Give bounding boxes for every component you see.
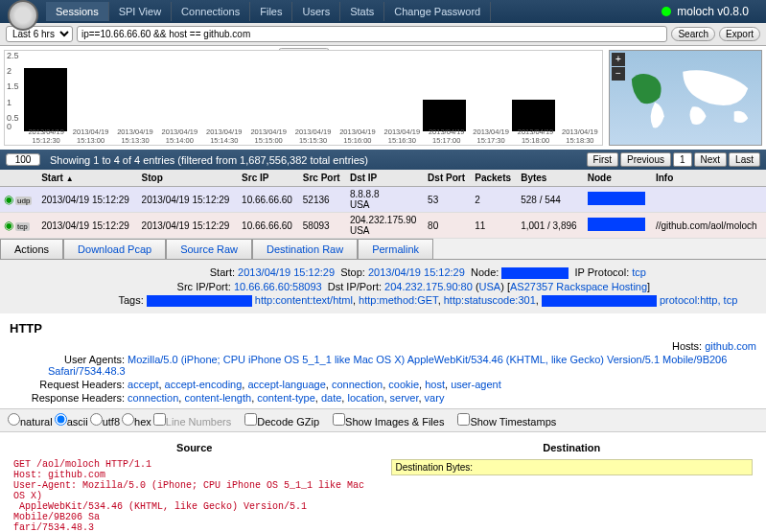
srcipport-label: Src IP/Port: (116, 281, 231, 292)
col-bytes[interactable]: Bytes (517, 170, 584, 187)
last-button[interactable]: Last (729, 152, 760, 167)
page-size-input[interactable] (6, 153, 40, 166)
table-row[interactable]: ◉tcp2013/04/19 15:12:292013/04/19 15:12:… (0, 213, 766, 239)
header-link[interactable]: location (347, 392, 383, 404)
tag-link-2[interactable]: http:statuscode:301 (444, 294, 536, 306)
col-stop[interactable]: Stop (138, 170, 238, 187)
header-link[interactable]: vary (425, 392, 445, 404)
destination-raw-tab[interactable]: Destination Raw (252, 239, 358, 259)
header-link[interactable]: content-length (184, 392, 251, 404)
tag-link-1[interactable]: http:method:GET (359, 294, 438, 306)
permalink-tab[interactable]: Permalink (358, 239, 433, 259)
col-srcip[interactable]: Src IP (238, 170, 299, 187)
hosts-value[interactable]: github.com (705, 340, 756, 352)
nav-spiview[interactable]: SPI View (109, 2, 172, 21)
show-timestamps-toggle[interactable]: Show Timestamps (457, 413, 556, 428)
cell-start: 2013/04/19 15:12:29 (37, 213, 137, 239)
ipproto-value[interactable]: tcp (632, 266, 646, 278)
tag-trail[interactable]: protocol:http, tcp (660, 294, 737, 306)
table-row[interactable]: ◉udp2013/04/19 15:12:292013/04/19 15:12:… (0, 187, 766, 213)
download-pcap-tab[interactable]: Download Pcap (63, 239, 166, 259)
srcipport-value[interactable]: 10.66.66.60:58093 (234, 281, 322, 292)
mode-hex[interactable]: hex (122, 413, 151, 428)
col-node[interactable]: Node (584, 170, 652, 187)
nav-users[interactable]: Users (292, 2, 340, 21)
line-numbers-toggle[interactable]: Line Numbers (153, 413, 231, 428)
ua-value[interactable]: Mozilla/5.0 (iPhone; CPU iPhone OS 5_1_1… (48, 354, 727, 377)
dstcc-value[interactable]: USA (479, 281, 501, 292)
previous-button[interactable]: Previous (620, 152, 671, 167)
map-zoom-in-icon[interactable]: + (612, 53, 625, 66)
chart-area: sessions ◀ ▶ zoom out 2.5 2 1.5 1 0.5 0 … (0, 46, 766, 150)
mode-ascii[interactable]: ascii (55, 413, 88, 428)
mode-natural[interactable]: natural (8, 413, 53, 428)
mode-utf8[interactable]: utf8 (90, 413, 120, 428)
header-link[interactable]: accept (128, 379, 158, 390)
cell-info: //github.com/aol/moloch (652, 213, 766, 239)
show-images-toggle[interactable]: Show Images & Files (333, 413, 444, 428)
timeline-chart[interactable]: 2.5 2 1.5 1 0.5 0 2013/04/19 15:12:30201… (4, 50, 603, 146)
tag-redacted-1 (147, 295, 252, 307)
header-link[interactable]: accept-language (247, 379, 325, 390)
search-button[interactable]: Search (671, 27, 715, 41)
expand-icon[interactable]: ◉ (4, 193, 13, 206)
header-link[interactable]: accept-encoding (165, 379, 243, 390)
nav-changepw[interactable]: Change Password (384, 2, 491, 21)
col-packets[interactable]: Packets (471, 170, 517, 187)
source-raw-tab[interactable]: Source Raw (166, 239, 252, 259)
map-zoom-out-icon[interactable]: − (612, 67, 625, 81)
tag-redacted-2 (542, 295, 657, 307)
decode-gzip-toggle[interactable]: Decode GZip (244, 413, 319, 428)
cell-srcport: 52136 (299, 187, 346, 213)
nav-sessions[interactable]: Sessions (46, 2, 109, 21)
nav-connections[interactable]: Connections (172, 2, 250, 21)
header-link[interactable]: host (425, 379, 445, 390)
tag-link-0[interactable]: http:content:text/html (255, 294, 353, 306)
page-1-button[interactable]: 1 (673, 152, 692, 167)
col-dstip[interactable]: Dst IP (346, 170, 424, 187)
cell-packets: 11 (471, 213, 517, 239)
cell-dstport: 80 (424, 213, 471, 239)
reqh-list: accept, accept-encoding, accept-language… (128, 379, 501, 390)
start-value[interactable]: 2013/04/19 15:12:29 (238, 266, 335, 278)
first-button[interactable]: First (587, 152, 618, 167)
dstipport-value[interactable]: 204.232.175.90:80 (384, 281, 473, 292)
source-dest-pane: Source GET /aol/moloch HTTP/1.1 Host: gi… (0, 432, 766, 532)
cell-node (584, 187, 652, 213)
export-button[interactable]: Export (719, 27, 760, 41)
summary-bar: Showing 1 to 4 of 4 entries (filtered fr… (0, 150, 766, 170)
header-link[interactable]: date (321, 392, 341, 404)
action-tabs: Actions Download Pcap Source Raw Destina… (0, 239, 766, 260)
as-value[interactable]: AS27357 Rackspace Hosting (510, 281, 647, 292)
cell-dstport: 53 (424, 187, 471, 213)
col-dstport[interactable]: Dst Port (424, 170, 471, 187)
nav-tabs: Sessions SPI View Connections Files User… (46, 2, 662, 21)
nav-files[interactable]: Files (250, 2, 292, 21)
dest-title: Destination (391, 442, 754, 453)
world-map[interactable]: + − (609, 50, 762, 146)
actions-tab[interactable]: Actions (0, 239, 63, 259)
ytick: 1 (7, 98, 12, 107)
top-nav: Sessions SPI View Connections Files User… (0, 0, 766, 23)
sessions-table: Start ▲ Stop Src IP Src Port Dst IP Dst … (0, 170, 766, 239)
xtick: 2013/04/19 15:16:00 (336, 127, 380, 145)
ytick: 0 (7, 122, 12, 131)
session-detail: Start: 2013/04/19 15:12:29 Stop: 2013/04… (0, 260, 766, 313)
header-link[interactable]: cookie (388, 379, 419, 390)
stop-value[interactable]: 2013/04/19 15:12:29 (368, 266, 465, 278)
expand-icon[interactable]: ◉ (4, 219, 13, 232)
header-link[interactable]: server (390, 392, 419, 404)
header-link[interactable]: connection (332, 379, 383, 390)
query-input[interactable] (77, 26, 667, 42)
dest-bytes-field[interactable]: Destination Bytes: (391, 459, 754, 475)
header-link[interactable]: content-type (257, 392, 315, 404)
next-button[interactable]: Next (694, 152, 728, 167)
nav-stats[interactable]: Stats (340, 2, 384, 21)
col-info[interactable]: Info (652, 170, 766, 187)
header-link[interactable]: user-agent (451, 379, 501, 390)
header-link[interactable]: connection (128, 392, 178, 404)
proto-badge: tcp (15, 222, 30, 231)
col-start[interactable]: Start ▲ (37, 170, 137, 187)
cell-bytes: 1,001 / 3,896 (517, 213, 584, 239)
col-srcport[interactable]: Src Port (299, 170, 346, 187)
